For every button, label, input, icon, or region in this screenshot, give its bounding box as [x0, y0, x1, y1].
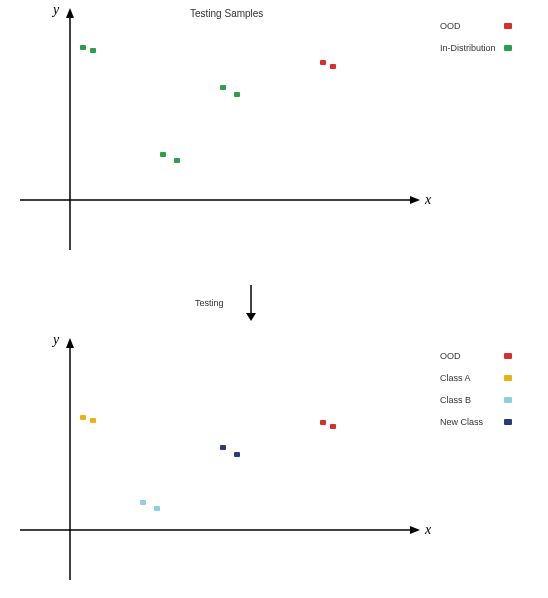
data-point-new-class — [234, 452, 240, 457]
legend-label: Class B — [440, 395, 500, 405]
legend-label: OOD — [440, 21, 500, 31]
legend-swatch-ood — [504, 353, 512, 359]
data-point-in-distribution — [90, 48, 96, 53]
legend-item-ood: OOD — [440, 350, 512, 362]
data-point-new-class — [220, 445, 226, 450]
top-legend: OOD In-Distribution — [440, 20, 512, 64]
bottom-y-axis-label: y — [53, 332, 59, 348]
top-y-axis-label: y — [53, 2, 59, 18]
legend-item-class-b: Class B — [440, 394, 512, 406]
data-point-in-distribution — [234, 92, 240, 97]
data-point-class-b — [154, 506, 160, 511]
top-x-axis-label: x — [425, 192, 431, 208]
legend-item-in-distribution: In-Distribution — [440, 42, 512, 54]
data-point-ood — [330, 64, 336, 69]
svg-marker-9 — [66, 338, 74, 348]
arrow-down-icon — [244, 285, 258, 321]
legend-label: OOD — [440, 351, 500, 361]
diagram-page: Testing Samples y x OOD In-Distribution — [0, 0, 548, 598]
bottom-chart: y x — [20, 330, 420, 580]
top-chart-title: Testing Samples — [190, 8, 263, 19]
data-point-in-distribution — [220, 85, 226, 90]
legend-item-ood: OOD — [440, 20, 512, 32]
svg-marker-1 — [410, 196, 420, 204]
legend-swatch-new-class — [504, 419, 512, 425]
transition-label: Testing — [195, 298, 224, 308]
svg-marker-7 — [410, 526, 420, 534]
legend-label: In-Distribution — [440, 43, 500, 53]
data-point-in-distribution — [80, 45, 86, 50]
legend-item-class-a: Class A — [440, 372, 512, 384]
data-point-ood — [330, 424, 336, 429]
legend-label: Class A — [440, 373, 500, 383]
data-point-ood — [320, 420, 326, 425]
legend-swatch-in-distribution — [504, 45, 512, 51]
data-point-class-b — [140, 500, 146, 505]
svg-marker-3 — [66, 8, 74, 18]
bottom-legend: OOD Class A Class B New Class — [440, 350, 512, 438]
data-point-class-a — [80, 415, 86, 420]
data-point-in-distribution — [160, 152, 166, 157]
top-axes — [20, 0, 420, 250]
transition-block: Testing — [195, 285, 258, 321]
legend-swatch-class-b — [504, 397, 512, 403]
data-point-ood — [320, 60, 326, 65]
legend-swatch-ood — [504, 23, 512, 29]
legend-label: New Class — [440, 417, 500, 427]
data-point-in-distribution — [174, 158, 180, 163]
svg-marker-5 — [246, 313, 256, 321]
data-point-class-a — [90, 418, 96, 423]
legend-swatch-class-a — [504, 375, 512, 381]
legend-item-new-class: New Class — [440, 416, 512, 428]
bottom-axes — [20, 330, 420, 580]
top-chart: Testing Samples y x — [20, 0, 420, 250]
bottom-x-axis-label: x — [425, 522, 431, 538]
